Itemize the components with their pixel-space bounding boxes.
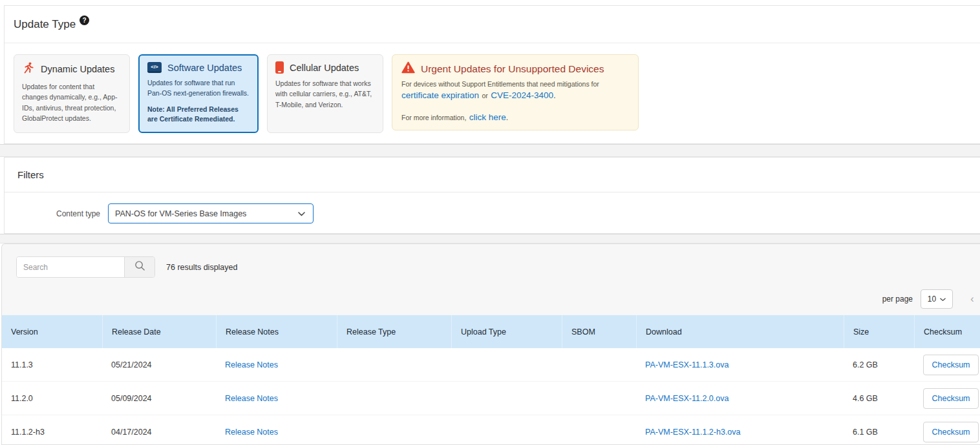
- content-type-select[interactable]: PAN-OS for VM-Series Base Images: [108, 203, 314, 223]
- filters-title: Filters: [17, 169, 44, 180]
- card-title-software: Software Updates: [167, 63, 242, 73]
- col-header-release-type: Release Type: [337, 315, 451, 348]
- content-type-label: Content type: [56, 209, 100, 218]
- col-header-upload-type: Upload Type: [451, 315, 562, 348]
- urgent-line2: For more information,: [401, 114, 466, 121]
- cell-release-date: 04/17/2024: [102, 428, 216, 437]
- code-laptop-icon: </>: [147, 62, 162, 73]
- table-row: 11.2.0 05/09/2024 Release Notes PA-VM-ES…: [2, 382, 980, 415]
- section-gap: [0, 234, 980, 243]
- click-here-link[interactable]: click here: [469, 112, 506, 122]
- cell-release-date: 05/09/2024: [102, 394, 216, 403]
- content-type-value: PAN-OS for VM-Series Base Images: [115, 209, 246, 218]
- cell-size: 6.1 GB: [844, 428, 914, 437]
- help-icon[interactable]: ?: [80, 16, 89, 25]
- runner-icon: [22, 61, 35, 77]
- cell-version: 11.2.0: [2, 394, 102, 403]
- urgent-line1: For devices without Support Entitlements…: [401, 80, 629, 88]
- col-header-release-date: Release Date: [102, 315, 216, 348]
- checksum-button[interactable]: Checksum: [923, 388, 979, 409]
- cell-size: 6.2 GB: [844, 360, 914, 369]
- cell-version: 11.1.2-h3: [2, 428, 102, 437]
- update-type-cards: Dynamic Updates Updates for content that…: [5, 43, 980, 133]
- table-row: 11.1.2-h3 04/17/2024 Release Notes PA-VM…: [2, 415, 980, 445]
- col-header-checksum: Checksum: [914, 315, 980, 348]
- per-page-select[interactable]: 10: [921, 289, 953, 309]
- col-header-version: Version: [2, 327, 102, 336]
- card-software-updates-selected[interactable]: </> Software Updates Updates for softwar…: [138, 54, 259, 133]
- cve-2024-3400-link[interactable]: CVE-2024-3400: [491, 90, 553, 100]
- card-desc-cellular: Updates for software that works with cel…: [275, 78, 375, 110]
- card-note-software: Note: All Preferred Releases are Certifi…: [147, 105, 250, 125]
- download-link[interactable]: PA-VM-ESX-11.1.3.ova: [645, 360, 729, 369]
- urgent-title: Urgent Updates for Unsupported Devices: [421, 63, 604, 75]
- update-type-title: Update Type: [14, 18, 76, 31]
- cell-version: 11.1.3: [2, 360, 102, 369]
- checksum-button[interactable]: Checksum: [923, 422, 979, 442]
- search-button[interactable]: [124, 257, 154, 277]
- card-cellular-updates[interactable]: Cellular Updates Updates for software th…: [267, 54, 383, 133]
- table-header-row: Version Release Date Release Notes Relea…: [2, 315, 980, 348]
- card-title-cellular: Cellular Updates: [290, 63, 359, 73]
- chevron-down-icon: [298, 209, 305, 218]
- cell-release-date: 05/21/2024: [102, 360, 216, 369]
- checksum-button[interactable]: Checksum: [923, 355, 979, 375]
- filters-section: Filters Content type PAN-OS for VM-Serie…: [4, 157, 980, 234]
- release-notes-link[interactable]: Release Notes: [225, 428, 278, 437]
- update-type-header: Update Type ?: [5, 6, 980, 43]
- per-page-label: per page: [882, 295, 913, 304]
- search-box: [16, 256, 155, 278]
- chevron-down-icon: [940, 295, 946, 304]
- release-notes-link[interactable]: Release Notes: [225, 394, 278, 403]
- update-type-section: Update Type ? Dynamic Updates Updates fo…: [4, 5, 980, 144]
- results-count: 76 results displayed: [166, 263, 237, 272]
- col-header-download: Download: [636, 315, 844, 348]
- certificate-expiration-link[interactable]: certificate expiration: [401, 90, 479, 100]
- urgent-updates-banner: Urgent Updates for Unsupported Devices F…: [392, 54, 639, 130]
- col-header-sbom: SBOM: [562, 315, 636, 348]
- cell-size: 4.6 GB: [844, 394, 914, 403]
- results-section: 76 results displayed per page 10 ‹ Versi…: [1, 243, 980, 445]
- section-gap: [0, 144, 980, 157]
- card-title-dynamic: Dynamic Updates: [41, 64, 114, 74]
- mobile-phone-icon: [275, 61, 284, 74]
- per-page-value: 10: [928, 295, 936, 304]
- card-dynamic-updates[interactable]: Dynamic Updates Updates for content that…: [14, 54, 130, 133]
- search-icon: [134, 260, 145, 274]
- card-desc-dynamic: Updates for content that changes dynamic…: [22, 81, 122, 123]
- col-header-release-notes: Release Notes: [216, 315, 337, 348]
- release-notes-link[interactable]: Release Notes: [225, 360, 278, 369]
- search-input[interactable]: [17, 257, 124, 277]
- download-link[interactable]: PA-VM-ESX-11.2.0.ova: [645, 394, 729, 403]
- table-row: 11.1.3 05/21/2024 Release Notes PA-VM-ES…: [2, 348, 980, 382]
- card-desc-software: Updates for software that run Pan-OS nex…: [147, 78, 250, 99]
- urgent-or-text: or: [482, 92, 488, 99]
- warning-triangle-icon: [401, 61, 415, 76]
- pagination-previous-icon[interactable]: ‹: [967, 293, 977, 305]
- col-header-size: Size: [844, 315, 914, 348]
- releases-table: Version Release Date Release Notes Relea…: [2, 315, 980, 445]
- download-link[interactable]: PA-VM-ESX-11.1.2-h3.ova: [645, 428, 741, 437]
